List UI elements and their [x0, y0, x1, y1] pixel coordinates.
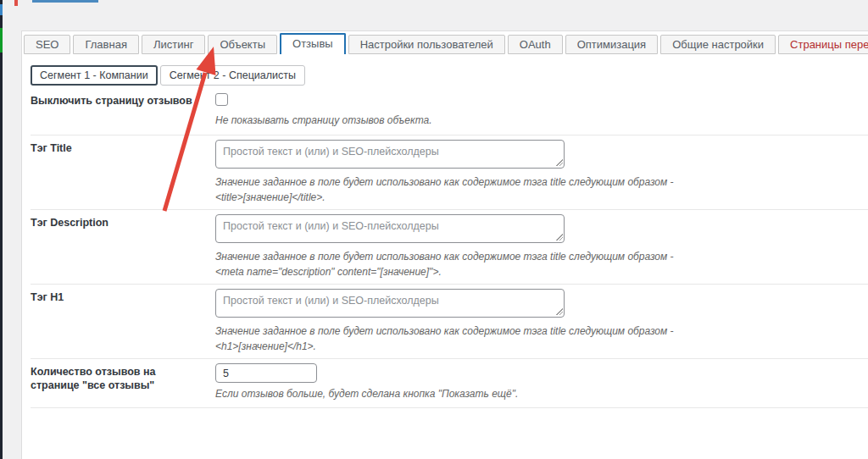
tab-bar: SEO Главная Листинг Объекты Отзывы Настр…: [22, 31, 868, 54]
row-reviews-per-page: Количество отзывов на странице "все отзы…: [31, 359, 868, 408]
reviews-settings-form: Выключить страницу отзывов Не показывать…: [31, 89, 868, 408]
tab-oauth[interactable]: OAuth: [508, 35, 563, 54]
field-label: Количество отзывов на странице "все отзы…: [31, 363, 215, 404]
field-label: Тэг Description: [31, 214, 215, 280]
row-tag-description: Тэг Description Значение заданное в поле…: [31, 210, 868, 285]
disable-reviews-page-checkbox[interactable]: [215, 93, 228, 106]
field-label: Тэг Title: [31, 140, 215, 206]
reviews-per-page-input[interactable]: [215, 363, 317, 383]
tab-objects[interactable]: Объекты: [208, 35, 277, 54]
edge-green-segment: [0, 28, 3, 53]
row-tag-title: Тэг Title Значение заданное в поле будет…: [31, 135, 868, 210]
edge-blue-segment: [0, 4, 3, 15]
tab-main[interactable]: Главная: [73, 35, 138, 54]
field-label: Тэг H1: [31, 289, 215, 355]
tab-optimization[interactable]: Оптимизация: [565, 35, 659, 54]
segment-1-companies-button[interactable]: Сегмент 1 - Компании: [31, 65, 158, 86]
field-description: Значение заданное в поле будет использов…: [215, 324, 868, 354]
tab-panel-reviews: Сегмент 1 - Компании Сегмент 2 - Специал…: [22, 54, 868, 408]
tab-seo[interactable]: SEO: [24, 35, 70, 54]
tab-reviews[interactable]: Отзывы: [280, 33, 346, 54]
tag-description-textarea[interactable]: [215, 214, 565, 243]
field-label: Выключить страницу отзывов: [31, 92, 215, 130]
top-red-marker: [14, 0, 18, 6]
field-description: Не показывать страницу отзывов объекта.: [215, 113, 868, 128]
tab-listing[interactable]: Листинг: [142, 35, 205, 54]
row-tag-h1: Тэг H1 Значение заданное в поле будет ис…: [31, 285, 868, 359]
settings-panel: SEO Главная Листинг Объекты Отзывы Настр…: [21, 30, 868, 459]
tab-redirect-pages[interactable]: Страницы переадресации: [778, 35, 868, 54]
tag-h1-textarea[interactable]: [215, 289, 565, 318]
tab-user-settings[interactable]: Настройки пользователей: [348, 35, 505, 54]
segment-2-specialists-button[interactable]: Сегмент 2 - Специалисты: [160, 65, 305, 86]
top-blue-marker: [32, 0, 98, 3]
row-disable-reviews-page: Выключить страницу отзывов Не показывать…: [31, 89, 868, 135]
left-edge-strip: [0, 0, 3, 459]
field-description: Значение заданное в поле будет использов…: [215, 250, 868, 279]
field-description: Значение заданное в поле будет использов…: [215, 175, 868, 205]
tab-general-settings[interactable]: Общие настройки: [660, 35, 776, 54]
field-description: Если отзывов больше, будет сделана кнопк…: [215, 387, 868, 401]
tag-title-textarea[interactable]: [215, 140, 565, 169]
segment-switcher: Сегмент 1 - Компании Сегмент 2 - Специал…: [31, 65, 868, 86]
